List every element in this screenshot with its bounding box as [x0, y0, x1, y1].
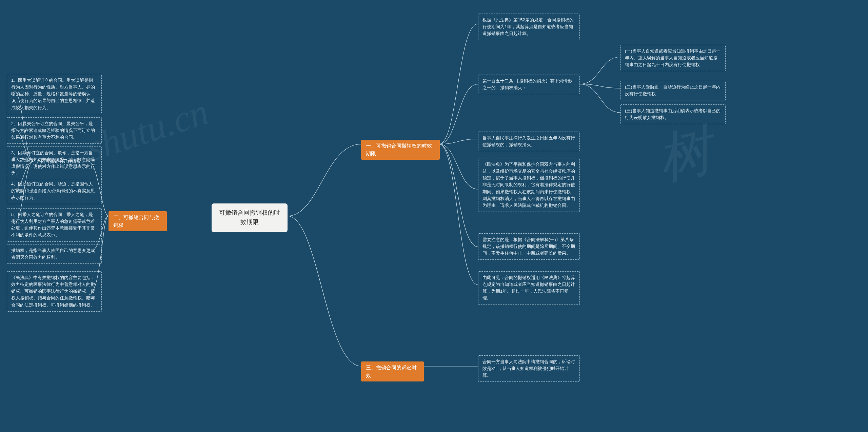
branch-section-2: 二、可撤销合同与撤销权: [108, 211, 167, 231]
leaf-s2-h: 《民法典》中有关撤销权的内容主要包括：效力待定的民事法律行为中善意相对人的撤销权…: [7, 271, 102, 312]
leaf-s1-b-iii-text: (三)当事人知道撤销事由后明确表示或者以自己的行为表明放弃撤销权。: [625, 108, 721, 120]
leaf-s1-c: 当事人自民事法律行为发生之日起五年内没有行使撤销权的，撤销权消灭。: [478, 132, 580, 151]
branch-section-2-label: 二、可撤销合同与撤销权: [113, 214, 159, 228]
branch-section-1: 一、可撤销合同撤销权的时效期限: [361, 140, 440, 160]
leaf-s2-e-text: 5、因乘人之危订立的合同。乘人之危，是指行为人利用对方当事人的急迫需要或危难处境…: [11, 212, 95, 237]
leaf-s2-a: 1、因重大误解订立的合同。重大误解是指行为人因对行为的性质、对方当事人、标的物的…: [7, 74, 102, 114]
leaf-s1-a-text: 根据《民法典》第152条的规定，合同撤销权的行使期间为1年，其起算点是自知道或者…: [482, 17, 574, 36]
leaf-s3-a-text: 合同一方当事人向法院申请撤销合同的，诉讼时效是3年，从当事人知道权利被侵犯时开始…: [482, 359, 575, 378]
leaf-s2-d-text: 4、因胁迫订立的合同。胁迫，是指因他人的威胁和强迫而陷入恐惧作出的不真实意思表示…: [11, 181, 95, 200]
leaf-s3-a: 合同一方当事人向法院申请撤销合同的，诉讼时效是3年，从当事人知道权利被侵犯时开始…: [478, 355, 580, 382]
leaf-s2-d: 4、因胁迫订立的合同。胁迫，是指因他人的威胁和强迫而陷入恐惧作出的不真实意思表示…: [7, 178, 102, 204]
leaf-s2-g: 撤销权，是指当事人依照自己的意思变更或者消灭合同效力的权利。: [7, 244, 102, 264]
leaf-s2-c: 3、因欺诈订立的合同。欺诈，是指一方当事人故意告知对方虚假情况，或者故意隐瞒虚假…: [7, 146, 102, 180]
leaf-s1-b-i: (一)当事人自知道或者应当知道撤销事由之日起一年内、重大误解的当事人自知道或者应…: [620, 45, 726, 71]
leaf-s1-c-text: 当事人自民事法律行为发生之日起五年内没有行使撤销权的，撤销权消灭。: [482, 135, 575, 147]
branch-section-3: 三、撤销合同的诉讼时效: [361, 361, 424, 381]
leaf-s1-a: 根据《民法典》第152条的规定，合同撤销权的行使期间为1年，其起算点是自知道或者…: [478, 14, 580, 40]
leaf-s1-f-text: 由此可见：合同的撤销权适用《民法典》将起算点规定为自知道或者应当知道撤销事由之日…: [482, 275, 575, 300]
branch-section-3-label: 三、撤销合同的诉讼时效: [366, 365, 417, 378]
watermark-right: 树: [650, 113, 720, 197]
leaf-s1-f: 由此可见：合同的撤销权适用《民法典》将起算点规定为自知道或者应当知道撤销事由之日…: [478, 271, 580, 305]
leaf-s2-h-text: 《民法典》中有关撤销权的内容主要包括：效力待定的民事法律行为中善意相对人的撤销权…: [11, 275, 95, 308]
leaf-s1-b-iii: (三)当事人知道撤销事由后明确表示或者以自己的行为表明放弃撤销权。: [620, 104, 726, 124]
leaf-s1-b: 第一百五十二条 【撤销权的消灭】有下列情形之一的，撤销权消灭：: [478, 75, 580, 94]
leaf-s1-d: 《民法典》为了平衡和保护合同双方当事人的利益，以及维护市场交易的安全与社会经济秩…: [478, 158, 580, 212]
leaf-s1-b-text: 第一百五十二条 【撤销权的消灭】有下列情形之一的，撤销权消灭：: [482, 78, 572, 90]
root-node: 可撤销合同撤销权的时效期限: [212, 203, 288, 232]
leaf-s1-b-ii: (二)当事人受胁迫，自胁迫行为终止之日起一年内没有行使撤销权: [620, 81, 726, 100]
leaf-s1-e: 需要注意的是：根据《合同法解释(一)》第八条规定，该撤销权行使的期间是除斥期间、…: [478, 233, 580, 260]
branch-section-1-label: 一、可撤销合同撤销权的时效期限: [366, 143, 432, 156]
root-title: 可撤销合同撤销权的时效期限: [219, 209, 280, 225]
leaf-s2-g-text: 撤销权，是指当事人依照自己的意思变更或者消灭合同效力的权利。: [11, 248, 95, 260]
leaf-s2-b-text: 2、因显失公平订立的合同。显失公平，是指一方在紧迫或缺乏经验的情况下而订立的如果…: [11, 121, 95, 140]
leaf-s1-d-text: 《民法典》为了平衡和保护合同双方当事人的利益，以及维护市场交易的安全与社会经济秩…: [482, 162, 575, 208]
leaf-s2-e: 5、因乘人之危订立的合同。乘人之危，是指行为人利用对方当事人的急迫需要或危难处境…: [7, 208, 102, 242]
leaf-s2-c-text: 3、因欺诈订立的合同。欺诈，是指一方当事人故意告知对方虚假情况，或者故意隐瞒虚假…: [11, 150, 95, 176]
leaf-s2-a-text: 1、因重大误解订立的合同。重大误解是指行为人因对行为的性质、对方当事人、标的物的…: [11, 78, 95, 110]
leaf-s1-e-text: 需要注意的是：根据《合同法解释(一)》第八条规定，该撤销权行使的期间是除斥期间、…: [482, 237, 575, 256]
leaf-s2-b: 2、因显失公平订立的合同。显失公平，是指一方在紧迫或缺乏经验的情况下而订立的如果…: [7, 117, 102, 144]
leaf-s1-b-ii-text: (二)当事人受胁迫，自胁迫行为终止之日起一年内没有行使撤销权: [625, 84, 721, 96]
leaf-s1-b-i-text: (一)当事人自知道或者应当知道撤销事由之日起一年内、重大误解的当事人自知道或者应…: [625, 48, 721, 67]
mindmap-canvas: shutu.cn 树 可撤销合同撤销权的时效期限: [0, 0, 868, 432]
